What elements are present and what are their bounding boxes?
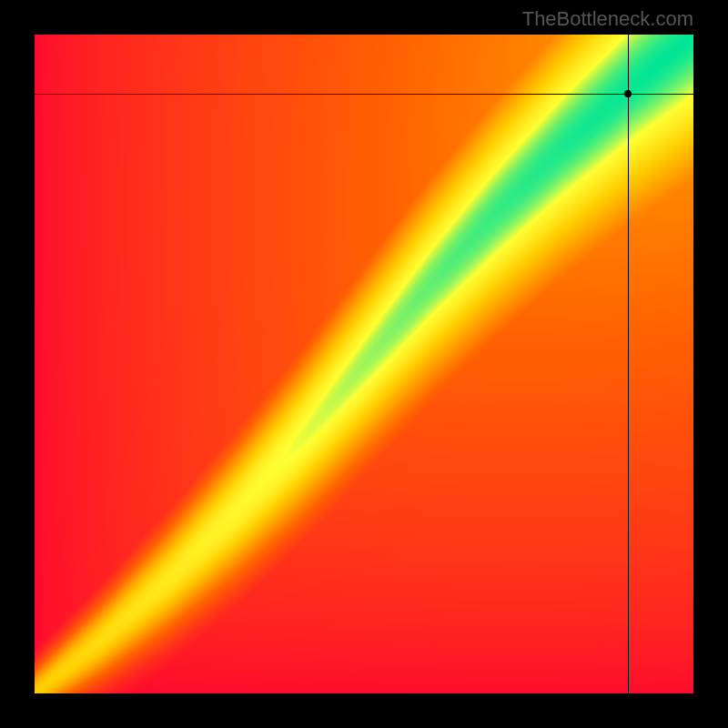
crosshair-horizontal <box>35 94 693 95</box>
watermark-text: TheBottleneck.com <box>522 7 693 31</box>
heatmap-canvas <box>35 35 693 693</box>
data-marker <box>624 90 632 97</box>
heatmap-plot <box>35 35 693 693</box>
crosshair-vertical <box>628 35 629 693</box>
